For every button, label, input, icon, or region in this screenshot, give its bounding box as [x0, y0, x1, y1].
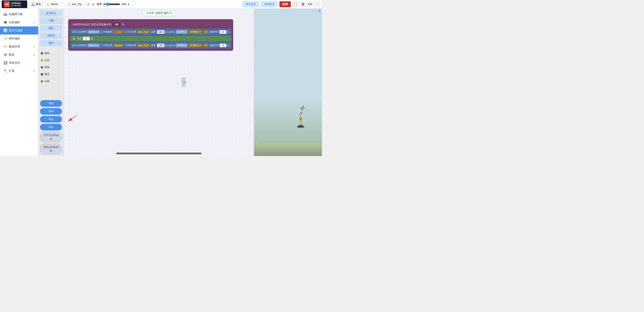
start-block[interactable]: 当程序开始运行 设置全局交融半径 100 % [70, 21, 232, 28]
zero-pose-button[interactable]: 零位姿态 [243, 1, 260, 7]
expand-icon[interactable]: ⛶ [292, 1, 298, 7]
language-button[interactable]: CN [307, 1, 313, 7]
blend-value-1[interactable]: 0 [220, 30, 226, 34]
sidebar-label: 扩展 [9, 69, 14, 73]
category-label: 高级 [44, 65, 50, 69]
logout-icon[interactable]: → [314, 1, 320, 7]
category-label: 运动 [44, 58, 50, 62]
speed-value-1[interactable]: 100 [157, 30, 164, 34]
sidebar-item-sysinfo[interactable]: ℹ️ 系统信息 [0, 59, 38, 67]
panel-buttons: 文件导入 下载 保存 另存为 清空 [38, 9, 64, 48]
route-dropdown-1[interactable]: 选择路点 [176, 30, 188, 34]
continue-button[interactable]: 继续 [40, 100, 62, 107]
tool-coord-dropdown-1[interactable]: Arm_Tip ▾ [137, 30, 150, 34]
wait-value[interactable]: 2 [83, 37, 90, 40]
save-as-button[interactable]: 另存为 [40, 33, 62, 39]
blend-unit-2: % [227, 44, 229, 47]
global-route-dropdown-2[interactable]: 全局路点 ▾ [188, 43, 202, 47]
chevron-down-icon: ∨ [33, 70, 35, 72]
percent-label: % [122, 23, 124, 26]
coord-world-label: World [51, 3, 58, 6]
blend-label-2: 交融半径 [209, 44, 219, 47]
panel-categories: 基础 运动 高级 通讯 示例 [38, 48, 64, 99]
motion-type-dropdown-1[interactable]: MOVEJ ▾ [88, 30, 100, 34]
global-route-dropdown-1[interactable]: 全局路点 ▾ [188, 30, 202, 34]
category-example[interactable]: 示例 [38, 78, 64, 85]
tool-coord-dropdown-2[interactable]: Arm_Tip ▾ [137, 44, 150, 47]
svg-rect-7 [299, 114, 301, 119]
logo-icon: RM [4, 1, 10, 7]
chevron-down-icon[interactable]: ▾ [128, 3, 129, 6]
index-dropdown-1[interactable]: 1 ▾ [203, 30, 208, 34]
sidebar-label: 脚本编程 [9, 37, 20, 41]
joint-move-button[interactable]: 关节运动到该处 [40, 132, 62, 142]
online-prog-icon: 💻 [4, 21, 7, 24]
program-block: 当程序开始运行 设置全局交融半径 100 % 运动 运动类型 MOVEJ ▾ 工… [68, 19, 233, 51]
file-status-bar: ✎ 文件: 未保存 编号: 0 [142, 10, 176, 16]
panel-sidebar: 文件导入 下载 保存 另存为 清空 基础 运动 高级 通讯 [38, 9, 64, 156]
svg-line-3 [68, 115, 77, 122]
sidebar-item-graphical-prog[interactable]: 📊 图形化编程 [0, 27, 38, 35]
speed-value-2[interactable]: 100 [157, 44, 164, 47]
pause-button[interactable]: 暂停 [40, 108, 62, 115]
blend-radius-value[interactable]: 100 [113, 23, 120, 27]
svg-rect-9 [301, 110, 302, 114]
sidebar-item-config[interactable]: ⚙️ 配置 ∨ [0, 51, 38, 59]
motion-block-1[interactable]: 运动 运动类型 MOVEJ ▾ 工作坐标系 World ▾ 工具坐标系 Arm_… [70, 29, 232, 35]
sidebar-item-robot-teach[interactable]: 🤖 机械臂示教 [0, 10, 38, 18]
extend-icon: 🔧 [4, 69, 7, 73]
panel-bottom-buttons: 继续 暂停 停止 单步 关节运动到该处 直线运动到该处 [38, 99, 64, 156]
chevron-down-icon: ▾ [58, 3, 60, 5]
category-basic[interactable]: 基础 [38, 50, 64, 57]
chevron-down-icon: ▾ [206, 31, 207, 33]
sidebar-item-script-prog[interactable]: 📝 脚本编程 [0, 35, 38, 43]
import-button[interactable]: 文件导入 [40, 10, 62, 17]
sidebar-item-data-mgmt[interactable]: 📁 数据管理 ∨ [0, 43, 38, 51]
viewport-3d: 👁 [254, 9, 322, 156]
chevron-down-icon: ▾ [97, 44, 98, 47]
mode-label: 真实 [36, 2, 41, 6]
category-motion[interactable]: 运动 [38, 57, 64, 64]
category-advanced[interactable]: 高级 [38, 64, 64, 71]
motion-block-2[interactable]: 运动 运动类型 MOVEJ ▾ 工作坐标系 World ▾ 工具坐标系 Arm_… [70, 42, 232, 49]
horizontal-scrollbar[interactable] [116, 153, 202, 154]
index-dropdown-2[interactable]: 2 ▾ [203, 44, 208, 47]
arrow-annotation-2 [66, 113, 79, 126]
sidebar-label: 数据管理 [9, 45, 20, 49]
estop-button[interactable]: 急停 [280, 1, 291, 7]
route-dropdown-2[interactable]: 选择路点 [176, 43, 188, 47]
stop-button[interactable]: 停止 [40, 116, 62, 123]
speed-slider[interactable] [103, 3, 120, 6]
linear-move-button[interactable]: 直线运动到该处 [40, 144, 62, 154]
work-coord-dropdown-2[interactable]: World ▾ [113, 44, 124, 47]
mode-button[interactable]: 🦾 真实 [29, 1, 43, 7]
download-button[interactable]: 下载 [40, 18, 62, 24]
tool-coord-label-2: 工具坐标系 [124, 44, 136, 47]
clear-button[interactable]: 清空 [40, 40, 62, 46]
robot-icon: 🤖 [4, 12, 7, 16]
init-pose-button[interactable]: 初始姿态 [261, 1, 278, 7]
collapse-panel-button[interactable]: ⟪ [183, 78, 186, 87]
step-button[interactable]: 单步 [40, 124, 62, 130]
sidebar-item-extend[interactable]: 🔧 扩展 ∨ [0, 67, 38, 75]
chevron-down-icon: ▾ [97, 31, 98, 33]
work-coord-dropdown-1[interactable]: World ▾ [113, 30, 124, 34]
blend-value-2[interactable]: 0 [220, 44, 226, 47]
chevron-down-icon: ▾ [200, 44, 201, 47]
logo-text: realman 睿尔曼智能 [11, 2, 21, 7]
wait-block[interactable]: ⏳ 等待 2 秒 [70, 36, 232, 42]
category-dot [41, 80, 43, 83]
tool-dropdown[interactable]: 🔧 Arm_Tip ▾ [66, 2, 85, 7]
viewport-content: Z X Y [254, 9, 322, 156]
floor-surface [254, 143, 322, 156]
motion-type-dropdown-2[interactable]: MOVEJ ▾ [88, 44, 100, 47]
hourglass-icon: ⏳ [72, 37, 76, 40]
sidebar-item-online-prog[interactable]: 💻 在线编程 ∧ [0, 18, 38, 27]
coord-world-dropdown[interactable]: 📐 World ▾ [45, 2, 64, 7]
power-icon[interactable]: ⏻ [300, 1, 306, 7]
save-button[interactable]: 保存 [40, 25, 62, 31]
motion-label: 运动 运动类型 [72, 30, 87, 34]
sidebar-label: 图形化编程 [9, 29, 23, 32]
file-status-text: 文件: 未保存 编号: 0 [149, 12, 172, 15]
category-comm[interactable]: 通讯 [38, 71, 64, 78]
